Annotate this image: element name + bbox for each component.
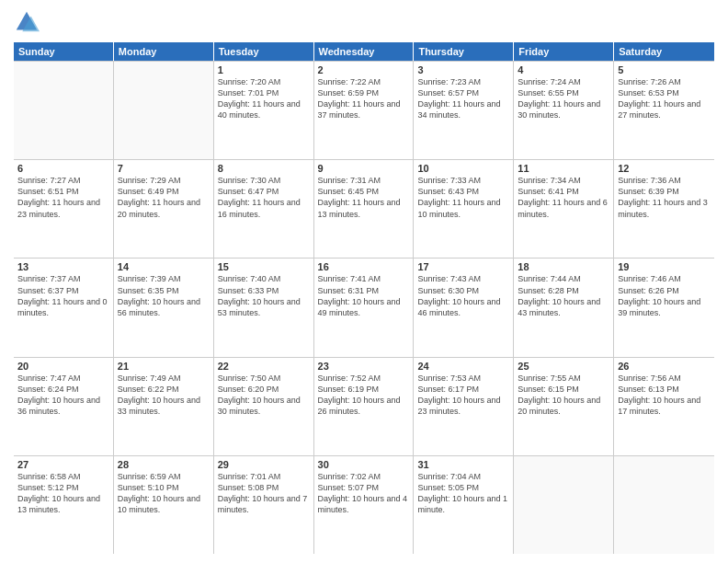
day-number: 1 [218,64,310,75]
day-cell-15: 15Sunrise: 7:40 AM Sunset: 6:33 PM Dayli… [214,259,314,356]
day-number: 3 [417,64,509,75]
calendar: SundayMondayTuesdayWednesdayThursdayFrid… [14,42,714,554]
day-number: 29 [218,459,310,470]
day-cell-10: 10Sunrise: 7:33 AM Sunset: 6:43 PM Dayli… [414,160,514,258]
day-cell-27: 27Sunrise: 6:58 AM Sunset: 5:12 PM Dayli… [14,456,114,554]
day-cell-20: 20Sunrise: 7:47 AM Sunset: 6:24 PM Dayli… [14,358,114,455]
day-detail: Sunrise: 7:43 AM Sunset: 6:30 PM Dayligh… [417,273,509,318]
day-number: 2 [318,64,410,75]
day-detail: Sunrise: 7:36 AM Sunset: 6:39 PM Dayligh… [618,175,711,220]
day-detail: Sunrise: 6:59 AM Sunset: 5:10 PM Dayligh… [118,471,210,516]
day-detail: Sunrise: 7:50 AM Sunset: 6:20 PM Dayligh… [218,373,310,418]
day-cell-18: 18Sunrise: 7:44 AM Sunset: 6:28 PM Dayli… [514,259,614,356]
day-cell-8: 8Sunrise: 7:30 AM Sunset: 6:47 PM Daylig… [214,160,314,258]
weekday-header-saturday: Saturday [614,42,714,61]
day-cell-5: 5Sunrise: 7:26 AM Sunset: 6:53 PM Daylig… [614,62,714,159]
day-detail: Sunrise: 7:46 AM Sunset: 6:26 PM Dayligh… [618,273,711,318]
day-detail: Sunrise: 7:49 AM Sunset: 6:22 PM Dayligh… [118,373,210,418]
day-detail: Sunrise: 7:44 AM Sunset: 6:28 PM Dayligh… [518,273,609,318]
day-detail: Sunrise: 7:56 AM Sunset: 6:13 PM Dayligh… [618,373,711,418]
day-number: 16 [318,261,410,272]
empty-cell [14,62,114,159]
logo [14,9,41,35]
day-number: 24 [417,361,509,372]
calendar-row-5: 27Sunrise: 6:58 AM Sunset: 5:12 PM Dayli… [14,455,714,554]
day-detail: Sunrise: 7:52 AM Sunset: 6:19 PM Dayligh… [318,373,410,418]
day-number: 19 [618,261,711,272]
day-detail: Sunrise: 7:01 AM Sunset: 5:08 PM Dayligh… [218,471,310,516]
weekday-header-thursday: Thursday [414,42,514,61]
day-cell-1: 1Sunrise: 7:20 AM Sunset: 7:01 PM Daylig… [214,62,314,159]
day-cell-16: 16Sunrise: 7:41 AM Sunset: 6:31 PM Dayli… [314,259,415,356]
day-number: 31 [417,459,509,470]
day-number: 11 [518,163,609,174]
page: SundayMondayTuesdayWednesdayThursdayFrid… [0,0,728,563]
day-number: 5 [618,64,711,75]
day-cell-3: 3Sunrise: 7:23 AM Sunset: 6:57 PM Daylig… [414,62,514,159]
day-detail: Sunrise: 7:24 AM Sunset: 6:55 PM Dayligh… [518,76,609,121]
empty-cell [514,456,614,554]
weekday-header-sunday: Sunday [14,42,114,61]
day-number: 23 [318,361,410,372]
calendar-header: SundayMondayTuesdayWednesdayThursdayFrid… [14,42,714,61]
weekday-header-tuesday: Tuesday [214,42,314,61]
day-cell-13: 13Sunrise: 7:37 AM Sunset: 6:37 PM Dayli… [14,259,114,356]
day-cell-23: 23Sunrise: 7:52 AM Sunset: 6:19 PM Dayli… [314,358,415,455]
day-detail: Sunrise: 7:34 AM Sunset: 6:41 PM Dayligh… [518,175,609,220]
calendar-row-1: 1Sunrise: 7:20 AM Sunset: 7:01 PM Daylig… [14,61,714,159]
calendar-row-4: 20Sunrise: 7:47 AM Sunset: 6:24 PM Dayli… [14,357,714,455]
day-number: 22 [218,361,310,372]
day-number: 30 [318,459,410,470]
day-number: 4 [518,64,609,75]
day-cell-12: 12Sunrise: 7:36 AM Sunset: 6:39 PM Dayli… [614,160,714,258]
calendar-body: 1Sunrise: 7:20 AM Sunset: 7:01 PM Daylig… [14,61,714,554]
day-detail: Sunrise: 7:02 AM Sunset: 5:07 PM Dayligh… [318,471,410,516]
day-number: 15 [218,261,310,272]
day-number: 14 [118,261,210,272]
day-cell-22: 22Sunrise: 7:50 AM Sunset: 6:20 PM Dayli… [214,358,314,455]
day-cell-19: 19Sunrise: 7:46 AM Sunset: 6:26 PM Dayli… [614,259,714,356]
day-cell-9: 9Sunrise: 7:31 AM Sunset: 6:45 PM Daylig… [314,160,415,258]
empty-cell [614,456,714,554]
day-number: 28 [118,459,210,470]
day-number: 17 [417,261,509,272]
day-cell-29: 29Sunrise: 7:01 AM Sunset: 5:08 PM Dayli… [214,456,314,554]
day-detail: Sunrise: 7:20 AM Sunset: 7:01 PM Dayligh… [218,76,310,121]
day-detail: Sunrise: 7:23 AM Sunset: 6:57 PM Dayligh… [417,76,509,121]
day-detail: Sunrise: 7:22 AM Sunset: 6:59 PM Dayligh… [318,76,410,121]
day-number: 12 [618,163,711,174]
day-detail: Sunrise: 7:41 AM Sunset: 6:31 PM Dayligh… [318,273,410,318]
day-cell-17: 17Sunrise: 7:43 AM Sunset: 6:30 PM Dayli… [414,259,514,356]
day-number: 18 [518,261,609,272]
day-detail: Sunrise: 7:53 AM Sunset: 6:17 PM Dayligh… [417,373,509,418]
day-number: 25 [518,361,609,372]
day-cell-26: 26Sunrise: 7:56 AM Sunset: 6:13 PM Dayli… [614,358,714,455]
day-cell-30: 30Sunrise: 7:02 AM Sunset: 5:07 PM Dayli… [314,456,415,554]
empty-cell [114,62,214,159]
weekday-header-monday: Monday [114,42,214,61]
day-number: 26 [618,361,711,372]
weekday-header-wednesday: Wednesday [314,42,415,61]
day-detail: Sunrise: 7:39 AM Sunset: 6:35 PM Dayligh… [118,273,210,318]
day-detail: Sunrise: 7:37 AM Sunset: 6:37 PM Dayligh… [17,273,109,318]
day-number: 27 [17,459,109,470]
day-cell-28: 28Sunrise: 6:59 AM Sunset: 5:10 PM Dayli… [114,456,214,554]
day-cell-25: 25Sunrise: 7:55 AM Sunset: 6:15 PM Dayli… [514,358,614,455]
logo-icon [14,9,40,35]
day-number: 9 [318,163,410,174]
day-number: 6 [17,163,109,174]
day-cell-11: 11Sunrise: 7:34 AM Sunset: 6:41 PM Dayli… [514,160,614,258]
day-cell-21: 21Sunrise: 7:49 AM Sunset: 6:22 PM Dayli… [114,358,214,455]
day-number: 13 [17,261,109,272]
header [14,9,714,35]
day-detail: Sunrise: 7:30 AM Sunset: 6:47 PM Dayligh… [218,175,310,220]
day-cell-14: 14Sunrise: 7:39 AM Sunset: 6:35 PM Dayli… [114,259,214,356]
day-detail: Sunrise: 7:40 AM Sunset: 6:33 PM Dayligh… [218,273,310,318]
calendar-row-3: 13Sunrise: 7:37 AM Sunset: 6:37 PM Dayli… [14,258,714,356]
day-detail: Sunrise: 7:26 AM Sunset: 6:53 PM Dayligh… [618,76,711,121]
day-cell-24: 24Sunrise: 7:53 AM Sunset: 6:17 PM Dayli… [414,358,514,455]
day-detail: Sunrise: 7:27 AM Sunset: 6:51 PM Dayligh… [17,175,109,220]
day-cell-31: 31Sunrise: 7:04 AM Sunset: 5:05 PM Dayli… [414,456,514,554]
day-detail: Sunrise: 7:47 AM Sunset: 6:24 PM Dayligh… [17,373,109,418]
calendar-row-2: 6Sunrise: 7:27 AM Sunset: 6:51 PM Daylig… [14,159,714,258]
